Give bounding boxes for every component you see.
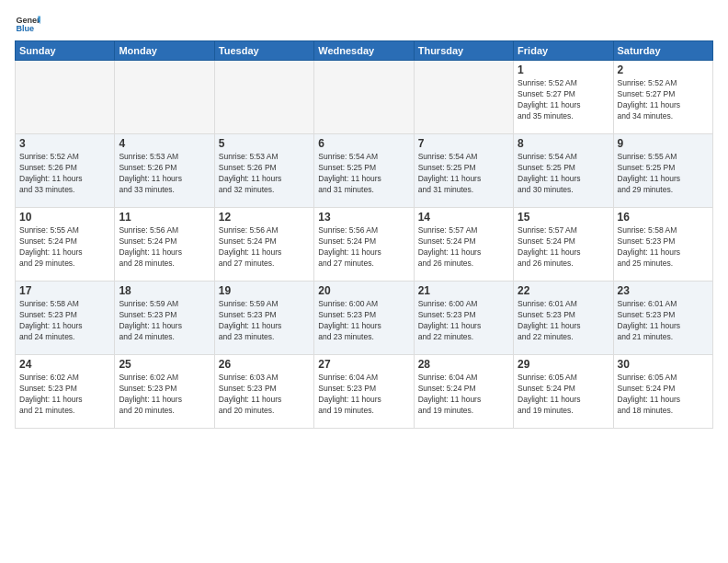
day-info: Sunrise: 5:54 AM Sunset: 5:25 PM Dayligh… [518, 152, 609, 196]
day-number: 9 [618, 137, 709, 150]
day-number: 13 [318, 211, 409, 224]
day-number: 4 [119, 137, 210, 150]
calendar-cell: 24Sunrise: 6:02 AM Sunset: 5:23 PM Dayli… [16, 355, 115, 429]
calendar-cell: 9Sunrise: 5:55 AM Sunset: 5:25 PM Daylig… [613, 134, 712, 208]
col-header-thursday: Thursday [414, 41, 513, 61]
calendar-cell: 20Sunrise: 6:00 AM Sunset: 5:23 PM Dayli… [314, 282, 414, 355]
calendar-cell: 3Sunrise: 5:52 AM Sunset: 5:26 PM Daylig… [16, 134, 115, 208]
calendar-cell: 5Sunrise: 5:53 AM Sunset: 5:26 PM Daylig… [214, 134, 313, 208]
day-info: Sunrise: 6:00 AM Sunset: 5:23 PM Dayligh… [318, 299, 409, 343]
day-number: 5 [219, 137, 310, 150]
day-number: 7 [418, 137, 509, 150]
calendar-cell: 21Sunrise: 6:00 AM Sunset: 5:23 PM Dayli… [414, 282, 513, 355]
calendar-cell: 4Sunrise: 5:53 AM Sunset: 5:26 PM Daylig… [115, 134, 214, 208]
day-info: Sunrise: 5:57 AM Sunset: 5:24 PM Dayligh… [418, 225, 509, 270]
calendar-cell: 7Sunrise: 5:54 AM Sunset: 5:25 PM Daylig… [414, 134, 513, 208]
calendar-cell: 27Sunrise: 6:04 AM Sunset: 5:23 PM Dayli… [314, 355, 414, 429]
calendar-cell: 2Sunrise: 5:52 AM Sunset: 5:27 PM Daylig… [613, 61, 712, 134]
day-info: Sunrise: 6:04 AM Sunset: 5:24 PM Dayligh… [418, 373, 509, 417]
calendar-cell: 30Sunrise: 6:05 AM Sunset: 5:24 PM Dayli… [613, 355, 712, 429]
day-number: 22 [518, 284, 609, 297]
calendar-cell [414, 61, 513, 134]
calendar-cell: 23Sunrise: 6:01 AM Sunset: 5:23 PM Dayli… [613, 282, 712, 355]
day-number: 11 [119, 211, 210, 224]
day-number: 25 [119, 358, 210, 371]
logo-icon: General Blue [15, 11, 40, 37]
day-info: Sunrise: 5:59 AM Sunset: 5:23 PM Dayligh… [119, 299, 210, 343]
day-info: Sunrise: 5:58 AM Sunset: 5:23 PM Dayligh… [618, 225, 709, 270]
day-number: 30 [618, 358, 709, 371]
day-number: 6 [318, 137, 409, 150]
calendar-cell: 18Sunrise: 5:59 AM Sunset: 5:23 PM Dayli… [115, 282, 214, 355]
day-info: Sunrise: 5:54 AM Sunset: 5:25 PM Dayligh… [318, 152, 409, 196]
calendar-week-5: 24Sunrise: 6:02 AM Sunset: 5:23 PM Dayli… [16, 355, 713, 429]
day-number: 21 [418, 284, 509, 297]
day-number: 3 [19, 137, 110, 150]
day-number: 12 [219, 211, 310, 224]
col-header-sunday: Sunday [16, 41, 115, 61]
header: General Blue [15, 11, 713, 37]
calendar-cell: 29Sunrise: 6:05 AM Sunset: 5:24 PM Dayli… [514, 355, 613, 429]
col-header-tuesday: Tuesday [214, 41, 313, 61]
day-number: 1 [518, 63, 609, 76]
day-info: Sunrise: 6:04 AM Sunset: 5:23 PM Dayligh… [318, 373, 409, 417]
day-info: Sunrise: 6:05 AM Sunset: 5:24 PM Dayligh… [518, 373, 609, 417]
calendar-cell: 28Sunrise: 6:04 AM Sunset: 5:24 PM Dayli… [414, 355, 513, 429]
calendar-cell [16, 61, 115, 134]
day-info: Sunrise: 5:56 AM Sunset: 5:24 PM Dayligh… [318, 225, 409, 270]
day-info: Sunrise: 6:03 AM Sunset: 5:23 PM Dayligh… [219, 373, 310, 417]
day-number: 14 [418, 211, 509, 224]
calendar-cell: 10Sunrise: 5:55 AM Sunset: 5:24 PM Dayli… [16, 208, 115, 282]
col-header-wednesday: Wednesday [314, 41, 414, 61]
calendar-cell: 25Sunrise: 6:02 AM Sunset: 5:23 PM Dayli… [115, 355, 214, 429]
day-info: Sunrise: 5:55 AM Sunset: 5:24 PM Dayligh… [19, 225, 110, 270]
calendar-week-3: 10Sunrise: 5:55 AM Sunset: 5:24 PM Dayli… [16, 208, 713, 282]
calendar-cell: 11Sunrise: 5:56 AM Sunset: 5:24 PM Dayli… [115, 208, 214, 282]
day-number: 28 [418, 358, 509, 371]
calendar-week-2: 3Sunrise: 5:52 AM Sunset: 5:26 PM Daylig… [16, 134, 713, 208]
calendar-cell [314, 61, 414, 134]
calendar-cell: 17Sunrise: 5:58 AM Sunset: 5:23 PM Dayli… [16, 282, 115, 355]
calendar-cell: 1Sunrise: 5:52 AM Sunset: 5:27 PM Daylig… [514, 61, 613, 134]
day-info: Sunrise: 5:56 AM Sunset: 5:24 PM Dayligh… [119, 225, 210, 270]
col-header-friday: Friday [514, 41, 613, 61]
day-info: Sunrise: 6:01 AM Sunset: 5:23 PM Dayligh… [618, 299, 709, 343]
calendar-cell: 15Sunrise: 5:57 AM Sunset: 5:24 PM Dayli… [514, 208, 613, 282]
calendar-cell [214, 61, 313, 134]
day-info: Sunrise: 5:57 AM Sunset: 5:24 PM Dayligh… [518, 225, 609, 270]
col-header-monday: Monday [115, 41, 214, 61]
logo: General Blue [15, 11, 44, 37]
day-number: 2 [618, 63, 709, 76]
calendar-cell: 12Sunrise: 5:56 AM Sunset: 5:24 PM Dayli… [214, 208, 313, 282]
col-header-saturday: Saturday [613, 41, 712, 61]
day-info: Sunrise: 5:56 AM Sunset: 5:24 PM Dayligh… [219, 225, 310, 270]
day-info: Sunrise: 5:58 AM Sunset: 5:23 PM Dayligh… [19, 299, 110, 343]
day-info: Sunrise: 5:53 AM Sunset: 5:26 PM Dayligh… [219, 152, 310, 196]
calendar-cell: 26Sunrise: 6:03 AM Sunset: 5:23 PM Dayli… [214, 355, 313, 429]
day-number: 10 [19, 211, 110, 224]
day-number: 23 [618, 284, 709, 297]
day-number: 24 [19, 358, 110, 371]
day-number: 27 [318, 358, 409, 371]
svg-text:General: General [16, 16, 40, 25]
day-info: Sunrise: 5:52 AM Sunset: 5:27 PM Dayligh… [518, 78, 609, 122]
calendar-cell: 14Sunrise: 5:57 AM Sunset: 5:24 PM Dayli… [414, 208, 513, 282]
calendar-week-4: 17Sunrise: 5:58 AM Sunset: 5:23 PM Dayli… [16, 282, 713, 355]
day-number: 19 [219, 284, 310, 297]
day-info: Sunrise: 5:52 AM Sunset: 5:26 PM Dayligh… [19, 152, 110, 196]
calendar-cell: 6Sunrise: 5:54 AM Sunset: 5:25 PM Daylig… [314, 134, 414, 208]
calendar-cell: 8Sunrise: 5:54 AM Sunset: 5:25 PM Daylig… [514, 134, 613, 208]
day-info: Sunrise: 6:05 AM Sunset: 5:24 PM Dayligh… [618, 373, 709, 417]
calendar-week-1: 1Sunrise: 5:52 AM Sunset: 5:27 PM Daylig… [16, 61, 713, 134]
day-number: 17 [19, 284, 110, 297]
day-info: Sunrise: 6:01 AM Sunset: 5:23 PM Dayligh… [518, 299, 609, 343]
calendar-cell: 22Sunrise: 6:01 AM Sunset: 5:23 PM Dayli… [514, 282, 613, 355]
day-info: Sunrise: 6:00 AM Sunset: 5:23 PM Dayligh… [418, 299, 509, 343]
day-number: 16 [618, 211, 709, 224]
day-number: 20 [318, 284, 409, 297]
day-info: Sunrise: 5:59 AM Sunset: 5:23 PM Dayligh… [219, 299, 310, 343]
calendar-header-row: SundayMondayTuesdayWednesdayThursdayFrid… [16, 41, 713, 61]
day-number: 29 [518, 358, 609, 371]
page-container: General Blue SundayMondayTuesdayWednesda… [0, 0, 728, 436]
calendar-cell [115, 61, 214, 134]
